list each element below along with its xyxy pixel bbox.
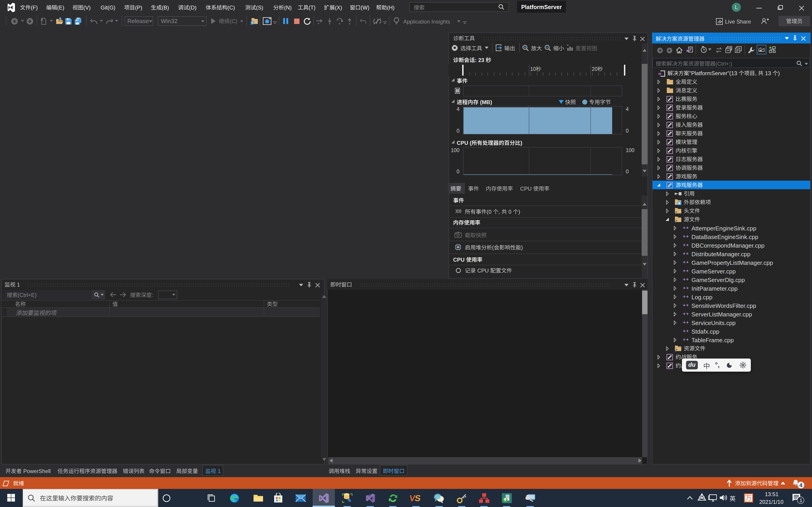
svg-text:(T): (T) xyxy=(309,5,316,11)
svg-text:): ) xyxy=(520,140,522,146)
svg-text:(W): (W) xyxy=(361,5,369,11)
svg-text:(B): (B) xyxy=(162,5,169,11)
svg-text:(Ctrl+E): (Ctrl+E) xyxy=(18,292,37,298)
svg-text:): ) xyxy=(518,209,520,215)
svg-text:: 23: : 23 xyxy=(475,57,486,63)
svg-text:(S): (S) xyxy=(256,5,263,11)
svg-text:(P): (P) xyxy=(135,5,142,11)
svg-text:(D): (D) xyxy=(189,5,196,11)
svg-text:): ) xyxy=(778,70,780,76)
svg-text:PowerShell: PowerShell xyxy=(22,468,51,474)
svg-text:13: 13 xyxy=(764,70,773,76)
svg-text:20: 20 xyxy=(592,66,598,72)
svg-text:,: , xyxy=(755,70,758,76)
svg-text:CPU: CPU xyxy=(520,186,533,192)
svg-text:(N): (N) xyxy=(284,5,292,11)
svg-text:,: , xyxy=(498,209,501,215)
svg-text:(H): (H) xyxy=(387,5,395,11)
svg-text:(0: (0 xyxy=(487,209,493,215)
svg-text:1: 1 xyxy=(216,468,221,474)
svg-text:(: ( xyxy=(492,244,494,250)
svg-text:CPU (: CPU ( xyxy=(457,140,471,146)
svg-text:Git(G): Git(G) xyxy=(101,5,115,11)
svg-text:(MB): (MB) xyxy=(478,99,492,105)
svg-text:(C): (C) xyxy=(230,18,237,24)
svg-text:(E): (E) xyxy=(57,5,64,11)
svg-text:(C): (C) xyxy=(227,5,235,11)
svg-text:(F): (F) xyxy=(31,5,38,11)
svg-text:CPU: CPU xyxy=(453,257,466,263)
svg-text:10: 10 xyxy=(530,66,536,72)
svg-text:(V): (V) xyxy=(83,5,91,11)
svg-text:(X): (X) xyxy=(335,5,342,11)
svg-text:"PlatformServer"(13: "PlatformServer"(13 xyxy=(689,70,739,76)
svg-text:1: 1 xyxy=(15,282,20,288)
svg-text:CPU: CPU xyxy=(476,268,490,274)
svg-text:0: 0 xyxy=(507,209,513,215)
svg-text:): ) xyxy=(521,244,523,250)
svg-text:(Ctrl+;): (Ctrl+;) xyxy=(715,61,732,67)
svg-text::: : xyxy=(152,292,153,298)
svg-text:S: S xyxy=(414,494,421,503)
